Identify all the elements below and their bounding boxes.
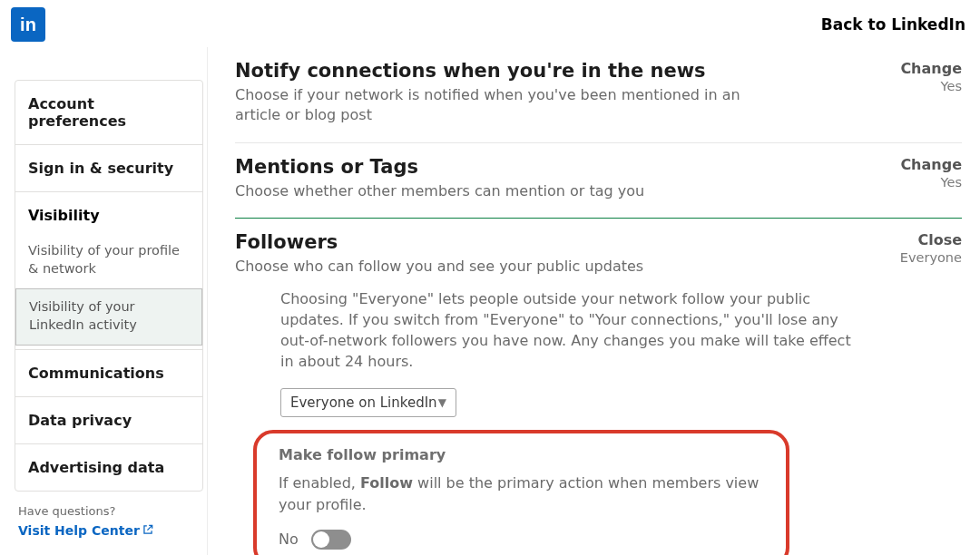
help-center-link[interactable]: Visit Help Center [18, 523, 154, 538]
setting-mentions-desc: Choose whether other members can mention… [235, 181, 644, 201]
make-follow-primary-toggle-row: No [279, 530, 764, 550]
followers-detail: Choosing "Everyone" lets people outside … [235, 278, 962, 555]
sidebar-footer-question: Have questions? [18, 504, 203, 518]
chevron-down-icon: ▼ [438, 396, 446, 409]
sidebar-item-advertising-data[interactable]: Advertising data [15, 444, 202, 491]
sidebar-item-sign-in-security[interactable]: Sign in & security [15, 145, 202, 192]
setting-news: Notify connections when you're in the ne… [235, 47, 962, 143]
setting-mentions: Mentions or Tags Choose whether other me… [235, 143, 962, 219]
linkedin-logo[interactable]: in [11, 7, 45, 42]
setting-followers-title: Followers [235, 231, 643, 253]
setting-mentions-state: Yes [880, 175, 962, 190]
setting-mentions-change[interactable]: Change [880, 156, 962, 173]
setting-news-title: Notify connections when you're in the ne… [235, 60, 743, 82]
external-link-icon [142, 523, 154, 538]
sidebar-item-visibility[interactable]: Visibility [15, 192, 202, 233]
followers-help-text: Choosing "Everyone" lets people outside … [280, 288, 852, 373]
sidebar-column: Account preferences Sign in & security V… [0, 47, 207, 542]
setting-news-change[interactable]: Change [880, 60, 962, 77]
sidebar-item-account-preferences[interactable]: Account preferences [15, 81, 202, 145]
setting-news-desc: Choose if your network is notified when … [235, 85, 743, 126]
sidebar-section-visibility: Visibility Visibility of your profile & … [15, 192, 202, 350]
body: Account preferences Sign in & security V… [0, 45, 980, 555]
help-center-link-text: Visit Help Center [18, 523, 140, 538]
make-follow-primary-title: Make follow primary [279, 446, 764, 463]
setting-followers: Followers Choose who can follow you and … [235, 219, 962, 555]
sidebar-sub-profile-visibility[interactable]: Visibility of your profile & network [15, 233, 202, 288]
toggle-state-label: No [279, 531, 299, 548]
top-bar: in Back to LinkedIn [0, 0, 980, 45]
make-follow-primary-box: Make follow primary If enabled, Follow w… [253, 430, 789, 555]
sidebar: Account preferences Sign in & security V… [15, 80, 203, 492]
make-follow-primary-toggle[interactable] [311, 530, 351, 550]
setting-mentions-title: Mentions or Tags [235, 156, 644, 178]
setting-followers-state: Everyone [880, 250, 962, 265]
toggle-knob [313, 531, 329, 548]
main-panel: Notify connections when you're in the ne… [207, 47, 980, 555]
sidebar-item-data-privacy[interactable]: Data privacy [15, 397, 202, 444]
followers-audience-select[interactable]: Everyone on LinkedIn ▼ [280, 388, 456, 417]
make-follow-primary-desc: If enabled, Follow will be the primary a… [279, 472, 764, 514]
sidebar-sub-activity-visibility[interactable]: Visibility of your LinkedIn activity [15, 288, 202, 346]
linkedin-logo-text: in [20, 15, 36, 35]
back-to-linkedin-link[interactable]: Back to LinkedIn [821, 15, 965, 34]
sidebar-item-communications[interactable]: Communications [15, 350, 202, 397]
setting-followers-close[interactable]: Close [880, 231, 962, 248]
followers-audience-value: Everyone on LinkedIn [290, 394, 437, 411]
setting-followers-desc: Choose who can follow you and see your p… [235, 257, 643, 277]
setting-news-state: Yes [880, 79, 962, 93]
sidebar-footer: Have questions? Visit Help Center [7, 492, 207, 542]
